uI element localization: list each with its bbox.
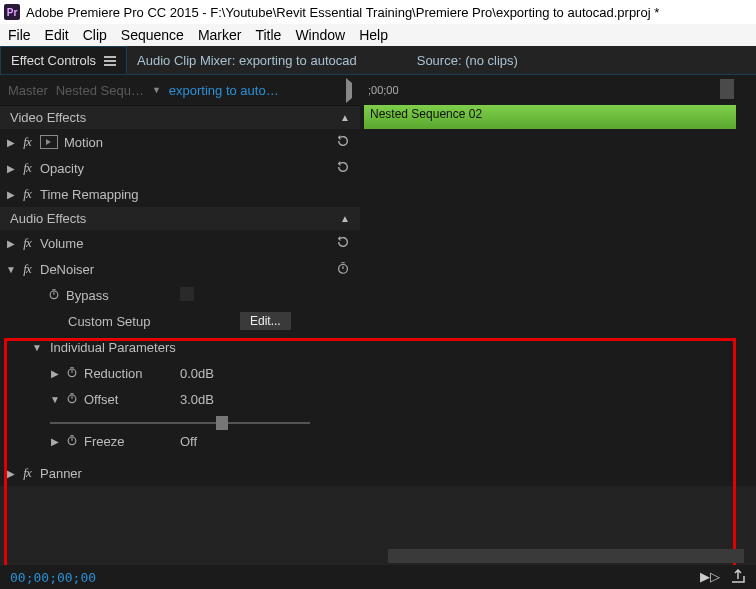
effect-motion[interactable]: ▶ fx Motion (0, 129, 360, 155)
param-offset[interactable]: ▼ Offset 3.0dB (0, 386, 360, 412)
param-reduction[interactable]: ▶ Reduction 0.0dB (0, 360, 360, 386)
effect-volume-label: Volume (40, 236, 83, 251)
reset-button[interactable] (336, 235, 350, 252)
effect-volume[interactable]: ▶ fx Volume (0, 230, 360, 256)
video-effects-label: Video Effects (10, 110, 86, 125)
play-loop-icon[interactable]: ▶▷ (700, 569, 720, 586)
expand-icon[interactable]: ▶ (4, 468, 18, 479)
current-timecode[interactable]: 00;00;00;00 (10, 570, 96, 585)
slider-track (50, 422, 310, 424)
effect-panner-label: Panner (40, 466, 82, 481)
stopwatch-icon[interactable] (66, 434, 78, 449)
app-icon-label: Pr (7, 7, 18, 18)
param-reduction-label: Reduction (84, 366, 143, 381)
clip-bar[interactable]: Nested Sequence 02 (364, 105, 736, 129)
offset-slider[interactable] (0, 412, 360, 428)
stopwatch-icon[interactable] (66, 366, 78, 381)
menu-title[interactable]: Title (255, 27, 281, 43)
audio-effects-label: Audio Effects (10, 211, 86, 226)
effect-time-remapping-label: Time Remapping (40, 187, 139, 202)
menu-edit[interactable]: Edit (45, 27, 69, 43)
video-effects-header[interactable]: Video Effects ▲ (0, 106, 360, 129)
tab-effect-controls[interactable]: Effect Controls (0, 46, 127, 74)
effect-panner[interactable]: ▶ fx Panner (0, 460, 360, 486)
dropdown-icon[interactable]: ▼ (152, 85, 161, 95)
param-offset-value[interactable]: 3.0dB (180, 392, 214, 407)
bypass-checkbox[interactable] (180, 287, 194, 301)
param-individual[interactable]: ▼ Individual Parameters (0, 334, 360, 360)
tab-effect-controls-label: Effect Controls (11, 53, 96, 68)
reset-button[interactable] (336, 160, 350, 177)
menu-sequence[interactable]: Sequence (121, 27, 184, 43)
breadcrumb-current[interactable]: exporting to auto… (169, 83, 279, 98)
collapse-icon[interactable]: ▼ (48, 394, 62, 405)
collapse-icon[interactable]: ▲ (340, 213, 350, 224)
audio-effects-header[interactable]: Audio Effects ▲ (0, 207, 360, 230)
reset-timer-button[interactable] (336, 261, 350, 278)
param-offset-label: Offset (84, 392, 118, 407)
scrollbar-thumb[interactable] (388, 549, 744, 563)
timeline-start-label: ;00;00 (368, 84, 399, 96)
nav-next-icon[interactable] (346, 83, 352, 98)
window-title: Adobe Premiere Pro CC 2015 - F:\Youtube\… (26, 5, 659, 20)
svg-point-3 (68, 395, 76, 403)
effect-motion-label: Motion (64, 135, 103, 150)
fx-icon: fx (18, 235, 40, 251)
expand-icon[interactable]: ▶ (48, 368, 62, 379)
export-icon[interactable] (730, 569, 746, 586)
breadcrumb-nested: Nested Sequ… (56, 83, 144, 98)
effect-time-remapping[interactable]: ▶ fx Time Remapping (0, 181, 360, 207)
effect-controls-panel: Master Nested Sequ… ▼ exporting to auto…… (0, 75, 360, 486)
param-custom-setup-label: Custom Setup (68, 314, 150, 329)
param-custom-setup: Custom Setup Edit... (0, 308, 360, 334)
menu-clip[interactable]: Clip (83, 27, 107, 43)
effect-timeline: ;00;00 Nested Sequence 02 (360, 75, 756, 486)
effect-opacity-label: Opacity (40, 161, 84, 176)
param-bypass-label: Bypass (66, 288, 109, 303)
fx-icon: fx (18, 261, 40, 277)
panel-menu-icon[interactable] (104, 56, 116, 66)
param-reduction-value[interactable]: 0.0dB (180, 366, 214, 381)
clip-breadcrumb: Master Nested Sequ… ▼ exporting to auto… (0, 75, 360, 106)
effect-opacity[interactable]: ▶ fx Opacity (0, 155, 360, 181)
expand-icon[interactable]: ▶ (4, 163, 18, 174)
expand-icon[interactable]: ▶ (48, 436, 62, 447)
menu-window[interactable]: Window (295, 27, 345, 43)
fx-icon: fx (18, 134, 40, 150)
param-bypass[interactable]: Bypass (0, 282, 360, 308)
collapse-icon[interactable]: ▼ (4, 264, 18, 275)
menu-marker[interactable]: Marker (198, 27, 242, 43)
stopwatch-icon[interactable] (66, 392, 78, 407)
menu-help[interactable]: Help (359, 27, 388, 43)
panel-tabs: Effect Controls Audio Clip Mixer: export… (0, 46, 756, 75)
playhead[interactable] (720, 79, 734, 99)
collapse-icon[interactable]: ▼ (30, 342, 44, 353)
timeline-ruler[interactable]: ;00;00 (360, 75, 756, 105)
param-freeze-value[interactable]: Off (180, 434, 197, 449)
effect-denoiser-group: ▼ fx DeNoiser Bypass Custom Setup Edit..… (0, 256, 360, 460)
tab-audio-clip-mixer[interactable]: Audio Clip Mixer: exporting to autocad (127, 46, 367, 74)
expand-icon[interactable]: ▶ (4, 238, 18, 249)
app-icon: Pr (4, 4, 20, 20)
tab-source[interactable]: Source: (no clips) (407, 46, 528, 74)
custom-setup-edit-button[interactable]: Edit... (240, 312, 291, 330)
fx-icon: fx (18, 186, 40, 202)
param-individual-label: Individual Parameters (50, 340, 176, 355)
timeline-scrollbar[interactable] (388, 549, 744, 563)
menu-file[interactable]: File (8, 27, 31, 43)
motion-icon (40, 135, 58, 149)
fx-icon: fx (18, 160, 40, 176)
collapse-icon[interactable]: ▲ (340, 112, 350, 123)
svg-point-1 (50, 291, 58, 299)
expand-icon[interactable]: ▶ (4, 189, 18, 200)
effect-denoiser[interactable]: ▼ fx DeNoiser (0, 256, 360, 282)
svg-point-2 (68, 369, 76, 377)
reset-button[interactable] (336, 134, 350, 151)
expand-icon[interactable]: ▶ (4, 137, 18, 148)
clip-name: Nested Sequence 02 (370, 107, 482, 121)
fx-icon: fx (18, 465, 40, 481)
window-titlebar: Pr Adobe Premiere Pro CC 2015 - F:\Youtu… (0, 0, 756, 24)
stopwatch-icon[interactable] (48, 288, 60, 303)
param-freeze[interactable]: ▶ Freeze Off (0, 428, 360, 454)
param-freeze-label: Freeze (84, 434, 124, 449)
